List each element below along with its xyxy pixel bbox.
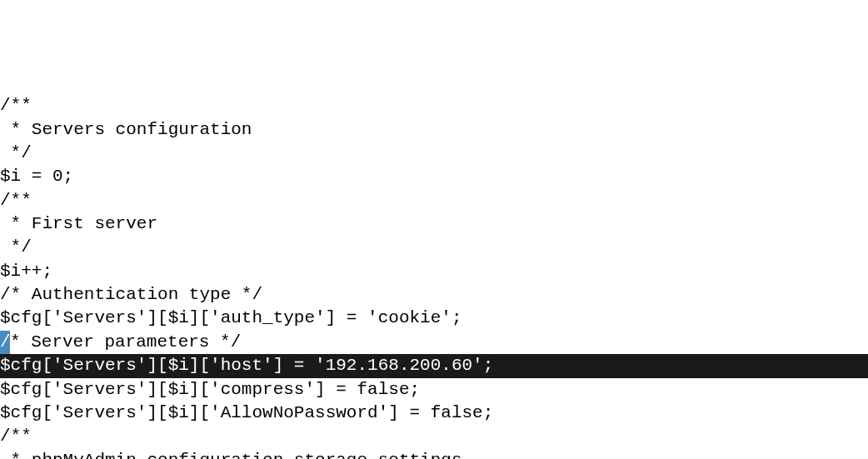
code-line: $cfg['Servers'][$i]['AllowNoPassword'] =… — [0, 402, 868, 425]
code-block: /** * Servers configuration */$i = 0;/**… — [0, 94, 868, 459]
code-line: */ — [0, 142, 868, 165]
code-line: * Servers configuration — [0, 118, 868, 142]
code-line: $cfg['Servers'][$i]['compress'] = false; — [0, 378, 868, 402]
code-line: $i++; — [0, 260, 868, 283]
code-line-highlighted: $cfg['Servers'][$i]['host'] = '192.168.2… — [0, 354, 868, 377]
code-line: $i = 0; — [0, 165, 868, 188]
code-line: $cfg['Servers'][$i]['auth_type'] = 'cook… — [0, 307, 868, 330]
code-text: * Server parameters */ — [10, 332, 241, 352]
code-line: /* Authentication type */ — [0, 283, 868, 307]
cursor-icon: / — [0, 331, 10, 354]
code-line: * phpMyAdmin configuration storage setti… — [0, 449, 868, 459]
code-line: /** — [0, 189, 868, 212]
code-line: /** — [0, 94, 868, 117]
code-line-with-cursor: /* Server parameters */ — [0, 331, 868, 354]
code-line: */ — [0, 236, 868, 259]
code-line: /** — [0, 425, 868, 448]
code-line: * First server — [0, 212, 868, 236]
